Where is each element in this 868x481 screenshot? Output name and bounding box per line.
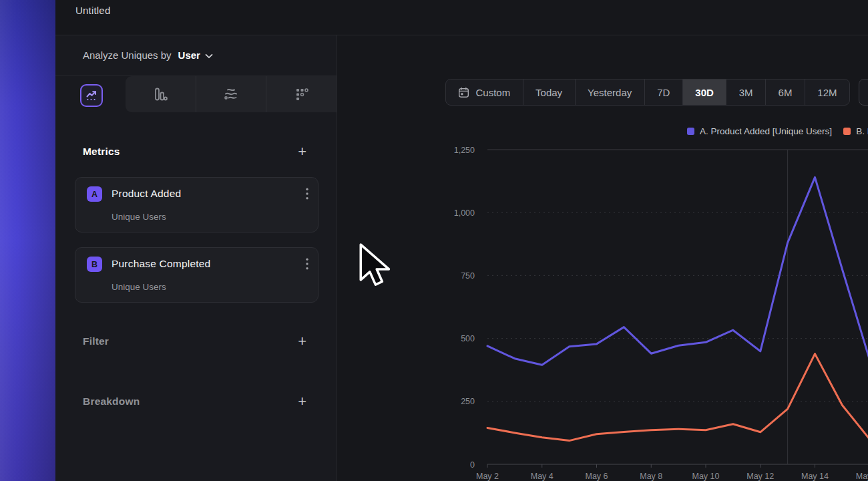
tab-flows[interactable] bbox=[196, 76, 266, 112]
add-breakdown-button[interactable]: + bbox=[298, 395, 306, 408]
time-range-3m[interactable]: 3M bbox=[726, 79, 765, 105]
insights-line-chart-icon bbox=[85, 89, 98, 102]
time-range-6m[interactable]: 6M bbox=[765, 79, 805, 105]
report-title[interactable]: Untitled bbox=[75, 5, 110, 16]
y-tick-label: 500 bbox=[461, 334, 475, 343]
y-tick-label: 1,250 bbox=[454, 146, 475, 155]
chevron-down-icon[interactable] bbox=[205, 53, 213, 59]
tab-group bbox=[126, 76, 337, 112]
tab-funnels[interactable] bbox=[126, 76, 196, 112]
main-panel: 02505007501,0001,250May 2May 4May 6May 8… bbox=[393, 35, 868, 481]
add-metric-button[interactable]: + bbox=[298, 146, 306, 158]
time-range-today[interactable]: Today bbox=[523, 79, 575, 105]
metrics-title: Metrics bbox=[83, 146, 120, 158]
time-range-label: Yesterday bbox=[588, 87, 632, 98]
topbar: Untitled bbox=[55, 0, 868, 35]
calendar-icon bbox=[458, 87, 469, 98]
breakdown-section: Breakdown + bbox=[83, 395, 306, 408]
x-tick-label: May 10 bbox=[692, 472, 720, 481]
y-tick-label: 1,000 bbox=[454, 208, 475, 218]
chart-type-tabs bbox=[55, 75, 337, 113]
flows-waves-icon bbox=[222, 86, 240, 102]
x-tick-label: May 16 bbox=[856, 472, 868, 481]
time-range-label: 3M bbox=[739, 87, 753, 98]
filter-title: Filter bbox=[83, 335, 109, 347]
app-window: Untitled Analyze Uniques by User bbox=[55, 0, 868, 481]
y-tick-label: 0 bbox=[470, 460, 475, 470]
metric-name: Purchase Completed bbox=[112, 258, 210, 270]
legend-label: A. Product Added [Unique Users] bbox=[700, 126, 832, 136]
x-tick-label: May 8 bbox=[640, 472, 662, 481]
y-tick-label: 250 bbox=[461, 397, 475, 406]
time-range-custom[interactable]: Custom bbox=[446, 79, 523, 105]
time-range-yesterday[interactable]: Yesterday bbox=[575, 79, 644, 105]
y-tick-label: 750 bbox=[461, 271, 475, 281]
funnels-bars-icon bbox=[152, 86, 168, 102]
retention-dots-icon bbox=[294, 86, 310, 102]
legend-item[interactable]: B. Purchase Completed [Unique Users] bbox=[843, 126, 868, 136]
compare-button[interactable]: Compare bbox=[859, 79, 868, 106]
add-filter-button[interactable]: + bbox=[298, 335, 306, 347]
analyze-row: Analyze Uniques by User bbox=[55, 35, 337, 75]
series-line-a bbox=[487, 177, 868, 365]
series-line-b bbox=[487, 354, 868, 441]
tab-retention[interactable] bbox=[266, 76, 337, 112]
x-tick-label: May 12 bbox=[746, 472, 774, 481]
legend-swatch bbox=[843, 128, 851, 135]
time-range-group: CustomTodayYesterday7D30D3M6M12M bbox=[445, 79, 850, 106]
time-range-label: 12M bbox=[817, 87, 837, 98]
metric-badge: B bbox=[87, 257, 102, 272]
time-range-30d[interactable]: 30D bbox=[682, 79, 726, 105]
metric-card-a[interactable]: AProduct AddedUnique Users bbox=[75, 177, 318, 232]
sidebar: Analyze Uniques by User bbox=[55, 35, 337, 481]
metric-subtitle: Unique Users bbox=[112, 282, 166, 292]
time-range-label: 7D bbox=[657, 87, 670, 98]
time-range-label: 6M bbox=[779, 87, 793, 98]
metrics-list: AProduct AddedUnique UsersBPurchase Comp… bbox=[75, 177, 318, 317]
tab-insights-active[interactable] bbox=[80, 84, 103, 107]
x-tick-label: May 6 bbox=[585, 472, 608, 481]
mouse-cursor bbox=[358, 241, 391, 292]
metrics-header: Metrics + bbox=[83, 146, 306, 158]
metric-card-b[interactable]: BPurchase CompletedUnique Users bbox=[75, 247, 318, 303]
analyze-value-dropdown[interactable]: User bbox=[178, 49, 200, 61]
x-tick-label: May 2 bbox=[476, 472, 499, 481]
filter-section: Filter + bbox=[83, 335, 306, 347]
metric-badge: A bbox=[87, 186, 102, 202]
metric-name: Product Added bbox=[112, 188, 181, 200]
legend-swatch bbox=[687, 128, 694, 135]
legend-label: B. Purchase Completed [Unique Users] bbox=[856, 126, 868, 136]
background-gradient-strip bbox=[0, 0, 55, 481]
time-range-label: Custom bbox=[475, 87, 510, 98]
legend-item[interactable]: A. Product Added [Unique Users] bbox=[687, 126, 832, 136]
x-tick-label: May 4 bbox=[531, 472, 554, 481]
kebab-menu-icon[interactable] bbox=[306, 188, 308, 202]
metric-subtitle: Unique Users bbox=[112, 212, 166, 222]
x-tick-label: May 14 bbox=[801, 472, 829, 481]
time-range-7d[interactable]: 7D bbox=[644, 79, 682, 105]
time-range-label: 30D bbox=[695, 87, 714, 98]
chart-legend: A. Product Added [Unique Users]B. Purcha… bbox=[687, 126, 868, 136]
kebab-menu-icon[interactable] bbox=[306, 258, 308, 273]
time-range-12m[interactable]: 12M bbox=[805, 79, 849, 105]
time-range-label: Today bbox=[535, 87, 562, 98]
analyze-label: Analyze Uniques by bbox=[83, 49, 172, 61]
breakdown-title: Breakdown bbox=[83, 395, 140, 408]
